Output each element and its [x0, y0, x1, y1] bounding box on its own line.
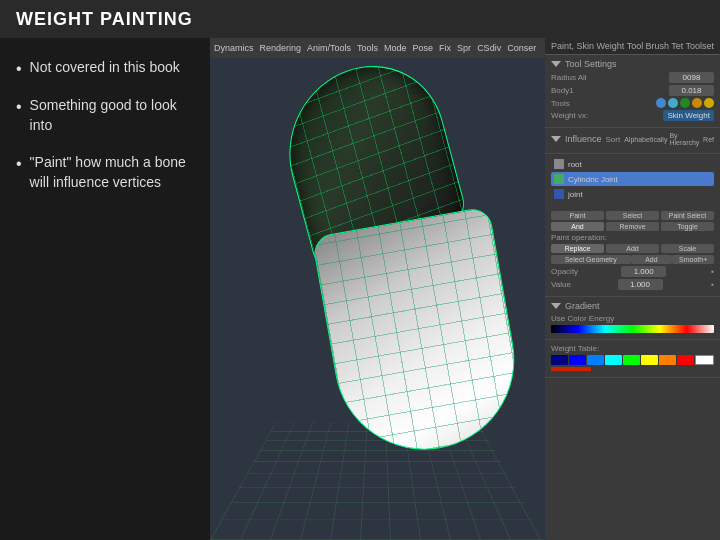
- smooth-btn[interactable]: Smooth+: [672, 255, 714, 264]
- weight-table-section: Weight Table:: [545, 340, 720, 378]
- tool-settings-label: Tool Settings: [565, 59, 617, 69]
- menu-rendering[interactable]: Rendering: [260, 43, 302, 53]
- app-header: WEIGHT PAINTING: [0, 0, 720, 38]
- tools-prop-label: Tools: [551, 99, 570, 108]
- weight-blue2: [569, 355, 586, 365]
- paint-select-ops-row: And Remove Toggle: [551, 222, 714, 231]
- paint-op-label: Paint operation:: [551, 233, 607, 242]
- dot-cyan: [668, 98, 678, 108]
- weight-vx-row: Weight vx: Skin Weight: [551, 110, 714, 121]
- bullet-dot-1: •: [16, 60, 22, 78]
- left-panel: • Not covered in this book • Something g…: [0, 38, 210, 540]
- alphabetically-btn[interactable]: Alphabetically: [624, 136, 667, 143]
- gradient-bar[interactable]: [551, 325, 714, 333]
- bullet-item-1: • Not covered in this book: [16, 58, 194, 78]
- toggle-btn[interactable]: Toggle: [661, 222, 714, 231]
- body1-label: Body1: [551, 86, 574, 95]
- paint-select-btn[interactable]: Paint Select: [661, 211, 714, 220]
- opacity-row: Opacity 1.000 ▪: [551, 266, 714, 277]
- weight-green: [623, 355, 640, 365]
- mode-section: Paint Select Paint Select And Remove Tog…: [545, 205, 720, 297]
- bullet-text-1: Not covered in this book: [30, 58, 180, 78]
- influence-root[interactable]: root: [551, 157, 714, 171]
- weight-red: [677, 355, 694, 365]
- body1-value[interactable]: 0.018: [669, 85, 714, 96]
- arm-object: [240, 68, 485, 460]
- bullet-item-3: • "Paint" how much a bone will influence…: [16, 153, 194, 192]
- select-geometry-row: Select Geometry Add Smooth+: [551, 255, 714, 264]
- tools-row: Tools: [551, 98, 714, 108]
- weight-yellow: [641, 355, 658, 365]
- radius-value[interactable]: 0098: [669, 72, 714, 83]
- weight-blue: [551, 355, 568, 365]
- sort-label: Sort: [606, 135, 621, 144]
- select-mode-btn[interactable]: Select: [606, 211, 659, 220]
- influence-joint[interactable]: joint: [551, 187, 714, 201]
- 3d-viewport[interactable]: Dynamics Rendering Anim/Tools Tools Mode…: [210, 38, 545, 540]
- bullet-text-3: "Paint" how much a bone will influence v…: [30, 153, 194, 192]
- tool-settings-header: Tool Settings: [551, 59, 714, 69]
- add-select-btn[interactable]: Add: [631, 255, 673, 264]
- value-value[interactable]: 1.000: [618, 279, 663, 290]
- menu-tools[interactable]: Tools: [357, 43, 378, 53]
- paint-op-row: Paint operation:: [551, 233, 714, 242]
- replace-btn[interactable]: Replace: [551, 244, 604, 253]
- menu-animtools[interactable]: Anim/Tools: [307, 43, 351, 53]
- influence-triangle-icon[interactable]: [551, 136, 561, 142]
- menu-dynamics[interactable]: Dynamics: [214, 43, 254, 53]
- color-dots: [656, 98, 714, 108]
- viewport-area[interactable]: Dynamics Rendering Anim/Tools Tools Mode…: [210, 38, 545, 540]
- bullet-dot-3: •: [16, 155, 22, 173]
- brush-tet-tab[interactable]: Brush Tet: [645, 41, 683, 51]
- right-properties-panel: Paint, Skin Weight Tool Brush Tet Toolse…: [545, 38, 720, 540]
- menu-conser[interactable]: Conser: [507, 43, 536, 53]
- influence-cylindric[interactable]: Cylindric Joint: [551, 172, 714, 186]
- bullet-text-2: Something good to look into: [30, 96, 194, 135]
- weight-table-label-row: Weight Table:: [551, 344, 714, 353]
- page-title: WEIGHT PAINTING: [16, 9, 193, 30]
- menu-spr[interactable]: Spr: [457, 43, 471, 53]
- weight-orange: [659, 355, 676, 365]
- weight-cyan: [605, 355, 622, 365]
- menu-pose[interactable]: Pose: [413, 43, 434, 53]
- use-color-energy-row: Use Color Energy: [551, 314, 714, 323]
- radius-all-row: Radius All 0098: [551, 72, 714, 83]
- ref-btn[interactable]: Ref: [703, 136, 714, 143]
- influence-list: root Cylindric Joint joint: [545, 154, 720, 205]
- mode-buttons-row: Paint Select Paint Select: [551, 211, 714, 220]
- opacity-slider[interactable]: ▪: [711, 267, 714, 276]
- by-hierarchy-btn[interactable]: By Hierarchy: [669, 132, 701, 146]
- and-btn[interactable]: And: [551, 222, 604, 231]
- weight-vx-label: Weight vx:: [551, 111, 588, 120]
- body1-row: Body1 0.018: [551, 85, 714, 96]
- root-color-swatch: [554, 159, 564, 169]
- weight-cyan-blue: [587, 355, 604, 365]
- value-slider[interactable]: ▪: [711, 280, 714, 289]
- cylindric-label: Cylindric Joint: [568, 175, 618, 184]
- gradient-section: Gradient Use Color Energy: [545, 297, 720, 340]
- menu-fix[interactable]: Fix: [439, 43, 451, 53]
- opacity-value[interactable]: 1.000: [621, 266, 666, 277]
- influence-section: Influence Sort Alphabetically By Hierarc…: [545, 128, 720, 154]
- weight-white: [695, 355, 714, 365]
- tool-settings-section: Tool Settings Radius All 0098 Body1 0.01…: [545, 55, 720, 128]
- gradient-triangle-icon[interactable]: [551, 303, 561, 309]
- collapse-triangle-icon[interactable]: [551, 61, 561, 67]
- select-geometry-btn[interactable]: Select Geometry: [551, 255, 631, 264]
- cylindric-color-swatch: [554, 174, 564, 184]
- root-label: root: [568, 160, 582, 169]
- dot-orange: [692, 98, 702, 108]
- use-color-energy-label: Use Color Energy: [551, 314, 614, 323]
- remove-btn[interactable]: Remove: [606, 222, 659, 231]
- scale-btn[interactable]: Scale: [661, 244, 714, 253]
- paint-mode-btn[interactable]: Paint: [551, 211, 604, 220]
- menu-csdiv[interactable]: CSdiv: [477, 43, 501, 53]
- add-btn[interactable]: Add: [606, 244, 659, 253]
- menu-mode[interactable]: Mode: [384, 43, 407, 53]
- toolset-tab[interactable]: Toolset: [685, 41, 714, 51]
- influence-label: Influence: [565, 134, 602, 144]
- blender-menubar[interactable]: Dynamics Rendering Anim/Tools Tools Mode…: [210, 38, 545, 58]
- joint-label: joint: [568, 190, 583, 199]
- weight-vx-value[interactable]: Skin Weight: [663, 110, 714, 121]
- dot-yellow: [704, 98, 714, 108]
